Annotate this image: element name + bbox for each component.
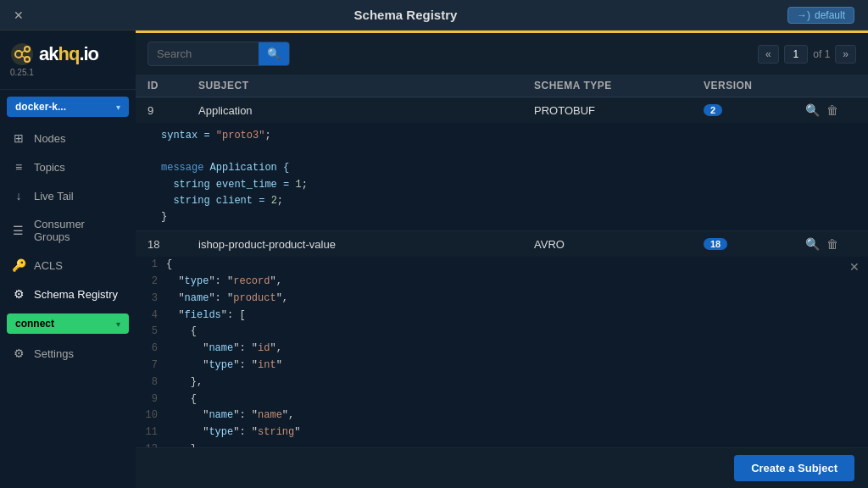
nodes-icon: ⊞	[12, 131, 25, 145]
schema-list: 9 Application PROTOBUF 2 🔍 🗑 syntax = "p…	[136, 97, 868, 488]
sidebar-logo: akhq.io 0.25.1	[0, 30, 136, 90]
schema-actions-9: 🔍 🗑	[805, 103, 856, 117]
page-of: of 1	[813, 48, 830, 60]
pagination: « 1 of 1 »	[758, 45, 856, 64]
toolbar: 🔍 « 1 of 1 »	[136, 33, 868, 75]
schema-row-header-18: 18 ishop-product-product-value AVRO 18 🔍…	[136, 231, 868, 257]
search-schema-9[interactable]: 🔍	[805, 103, 820, 117]
cluster-selector[interactable]: docker-k... ▾	[7, 97, 129, 117]
bottom-bar: Create a Subject	[136, 447, 868, 488]
sidebar-label-consumer-groups: Consumer Groups	[34, 218, 124, 243]
schema-actions-18: 🔍 🗑	[805, 237, 856, 251]
schema-id-9: 9	[147, 104, 198, 117]
schema-subject-18: ishop-product-product-value	[198, 238, 534, 251]
page-title: Schema Registry	[354, 8, 458, 22]
acls-icon: 🔑	[12, 258, 25, 272]
schema-version-9: 2	[704, 104, 805, 116]
prev-page-button[interactable]: «	[758, 45, 779, 64]
search-box: 🔍	[147, 42, 290, 66]
schema-row: 9 Application PROTOBUF 2 🔍 🗑 syntax = "p…	[136, 97, 868, 231]
next-page-button[interactable]: »	[835, 45, 856, 64]
col-header-version: Version	[704, 80, 805, 92]
schema-code-9: syntax = "proto3"; message Application {…	[136, 123, 868, 230]
col-header-schema-type: Schema Type	[534, 80, 704, 92]
sidebar: akhq.io 0.25.1 docker-k... ▾ ⊞ Nodes ≡ T…	[0, 30, 136, 488]
connect-arrow: ▾	[116, 319, 120, 329]
sidebar-item-nodes[interactable]: ⊞ Nodes	[0, 124, 136, 152]
sidebar-item-acls[interactable]: 🔑 ACLS	[0, 251, 136, 280]
connect-name: connect	[15, 318, 54, 330]
sidebar-label-live-tail: Live Tail	[34, 190, 74, 202]
title-bar: ✕ Schema Registry →) default	[0, 0, 868, 30]
col-header-actions	[805, 80, 856, 92]
search-input[interactable]	[148, 43, 259, 64]
schema-subject-9: Application	[198, 104, 534, 117]
topics-icon: ≡	[12, 160, 25, 174]
schema-row-header-9: 9 Application PROTOBUF 2 🔍 🗑	[136, 97, 868, 123]
sidebar-label-nodes: Nodes	[34, 132, 66, 145]
current-page: 1	[784, 45, 809, 64]
logo-text: akhq.io	[39, 43, 98, 65]
version-badge-18: 18	[704, 238, 727, 250]
search-button[interactable]: 🔍	[259, 42, 289, 65]
cluster-arrow: ▾	[116, 103, 120, 112]
sidebar-item-topics[interactable]: ≡ Topics	[0, 152, 136, 181]
schema-version-18: 18	[704, 238, 805, 250]
table-header: Id Subject Schema Type Version	[136, 75, 868, 97]
schema-type-9: PROTOBUF	[534, 104, 704, 117]
default-badge[interactable]: →) default	[787, 7, 854, 24]
close-button[interactable]: ✕	[14, 8, 24, 22]
main-layout: akhq.io 0.25.1 docker-k... ▾ ⊞ Nodes ≡ T…	[0, 30, 868, 488]
consumer-groups-icon: ☰	[12, 224, 25, 237]
sidebar-item-settings[interactable]: ⚙ Settings	[0, 339, 136, 368]
default-badge-label: default	[815, 9, 845, 21]
sidebar-item-live-tail[interactable]: ↓ Live Tail	[0, 181, 136, 210]
schema-type-18: AVRO	[534, 238, 704, 251]
col-header-id: Id	[147, 80, 198, 92]
title-bar-right: →) default	[787, 7, 854, 24]
sidebar-label-topics: Topics	[34, 161, 65, 174]
connect-selector[interactable]: connect ▾	[7, 313, 129, 334]
col-header-subject: Subject	[198, 80, 534, 92]
sidebar-item-schema-registry[interactable]: ⚙ Schema Registry	[0, 280, 136, 308]
live-tail-icon: ↓	[12, 189, 25, 202]
default-badge-icon: →)	[797, 9, 810, 21]
sidebar-label-acls: ACLS	[34, 259, 63, 272]
sidebar-label-settings: Settings	[34, 347, 74, 360]
akhq-logo-icon	[10, 42, 34, 66]
sidebar-item-consumer-groups[interactable]: ☰ Consumer Groups	[0, 210, 136, 251]
cluster-name: docker-k...	[15, 101, 66, 113]
version-badge-9: 2	[704, 104, 722, 116]
delete-schema-18[interactable]: 🗑	[826, 237, 838, 251]
schema-id-18: 18	[147, 238, 198, 251]
sidebar-label-schema-registry: Schema Registry	[34, 288, 118, 301]
logo-version: 0.25.1	[10, 68, 34, 77]
close-code-18[interactable]: ✕	[849, 260, 860, 274]
content-area: 🔍 « 1 of 1 » Id Subject Schema Type Vers…	[136, 30, 868, 488]
search-schema-18[interactable]: 🔍	[805, 237, 820, 251]
create-subject-button[interactable]: Create a Subject	[734, 455, 854, 481]
settings-icon: ⚙	[12, 347, 25, 360]
schema-registry-icon: ⚙	[12, 287, 25, 301]
delete-schema-9[interactable]: 🗑	[826, 103, 838, 117]
